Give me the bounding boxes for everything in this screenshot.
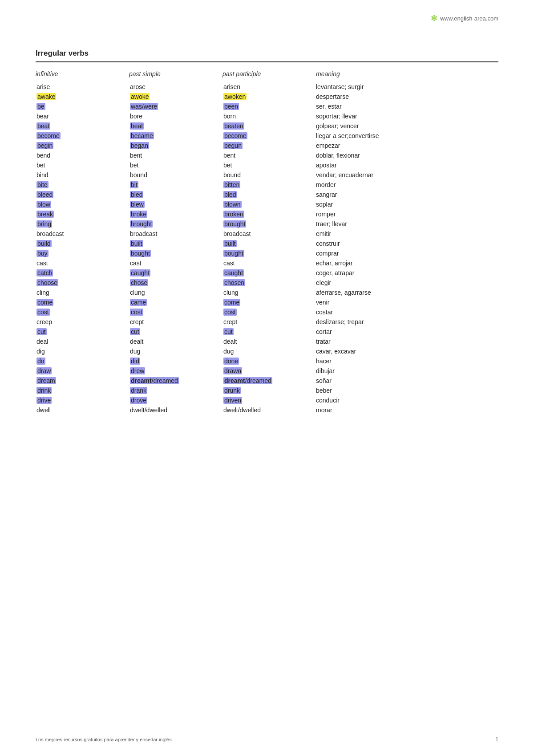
meaning-cell: beber — [316, 387, 498, 394]
past-participle-cell: beaten — [222, 122, 316, 130]
table-row: bendbentbentdoblar, flexionar — [36, 150, 498, 160]
past-participle-cell: caught — [222, 269, 316, 277]
past-participle-cell: drawn — [222, 367, 316, 375]
table-row: dwelldwelt/dwelleddwelt/dwelledmorar — [36, 405, 498, 415]
past-participle-cell: arisen — [222, 83, 316, 91]
table-row: bewas/werebeenser, estar — [36, 102, 498, 111]
past-participle-cell: dreamt/dreamed — [222, 377, 316, 385]
col-header-meaning: meaning — [316, 70, 498, 77]
past-participle-cell: done — [222, 357, 316, 365]
table-row: broadcastbroadcastbroadcastemitir — [36, 229, 498, 239]
infinitive-cell: do — [36, 357, 129, 365]
col-header-past-participle: past participle — [222, 70, 316, 77]
table-row: comecamecomevenir — [36, 297, 498, 307]
meaning-cell: construir — [316, 240, 498, 247]
table-row: drivedrovedrivenconducir — [36, 395, 498, 405]
table-row: catchcaughtcaughtcoger, atrapar — [36, 268, 498, 278]
table-row: bleedbledbledsangrar — [36, 190, 498, 199]
title-divider — [36, 61, 498, 62]
past-simple-cell: dealt — [129, 337, 222, 345]
infinitive-cell: come — [36, 298, 129, 306]
infinitive-cell: break — [36, 210, 129, 218]
past-simple-cell: brought — [129, 220, 222, 228]
meaning-cell: soportar; llevar — [316, 113, 498, 120]
past-simple-cell: cost — [129, 308, 222, 316]
page-title: Irregular verbs — [36, 49, 498, 58]
infinitive-cell: buy — [36, 249, 129, 257]
table-row: bearborebornsoportar; llevar — [36, 111, 498, 121]
table-row: buildbuiltbuiltconstruir — [36, 239, 498, 248]
past-participle-cell: clung — [222, 289, 316, 297]
past-participle-cell: blown — [222, 200, 316, 208]
past-simple-cell: was/were — [129, 102, 222, 110]
infinitive-cell: cut — [36, 328, 129, 336]
infinitive-cell: bite — [36, 181, 129, 189]
table-row: bringbroughtbroughttraer; llevar — [36, 219, 498, 229]
table-row: costcostcostcostar — [36, 307, 498, 317]
infinitive-cell: beat — [36, 122, 129, 130]
past-simple-cell: crept — [129, 318, 222, 326]
table-row: dreamdreamt/dreameddreamt/dreamedsoñar — [36, 376, 498, 386]
past-participle-cell: chosen — [222, 279, 316, 287]
verb-table: arisearosearisenlevantarse; surgirawakea… — [36, 82, 498, 415]
past-participle-cell: bound — [222, 171, 316, 179]
past-participle-cell: bent — [222, 151, 316, 159]
meaning-cell: aferrarse, agarrarse — [316, 289, 498, 296]
footer-text: Los mejores recursos gratuitos para apre… — [36, 737, 172, 742]
past-simple-cell: dug — [129, 347, 222, 355]
infinitive-cell: choose — [36, 279, 129, 287]
infinitive-cell: drink — [36, 386, 129, 394]
past-participle-cell: brought — [222, 220, 316, 228]
meaning-cell: traer; llevar — [316, 220, 498, 228]
meaning-cell: costar — [316, 309, 498, 316]
infinitive-cell: bear — [36, 112, 129, 120]
table-row: beginbeganbegunempezar — [36, 141, 498, 150]
table-row: breakbrokebrokenromper — [36, 209, 498, 219]
past-simple-cell: bet — [129, 161, 222, 169]
table-row: awakeawokeawokendespertarse — [36, 92, 498, 102]
infinitive-cell: drive — [36, 396, 129, 404]
past-participle-cell: bled — [222, 191, 316, 199]
past-simple-cell: bore — [129, 112, 222, 120]
infinitive-cell: catch — [36, 269, 129, 277]
infinitive-cell: dwell — [36, 406, 129, 414]
past-participle-cell: been — [222, 102, 316, 110]
table-row: arisearosearisenlevantarse; surgir — [36, 82, 498, 92]
table-row: bindboundboundvendar; encuadernar — [36, 170, 498, 180]
past-participle-cell: built — [222, 240, 316, 248]
footer: Los mejores recursos gratuitos para apre… — [36, 736, 498, 743]
past-participle-cell: become — [222, 132, 316, 140]
past-simple-cell: did — [129, 357, 222, 365]
past-simple-cell: arose — [129, 83, 222, 91]
table-row: digdugdugcavar, excavar — [36, 346, 498, 356]
infinitive-cell: dream — [36, 377, 129, 385]
meaning-cell: hacer — [316, 358, 498, 365]
past-simple-cell: bound — [129, 171, 222, 179]
meaning-cell: deslizarse; trepar — [316, 318, 498, 325]
past-participle-cell: dealt — [222, 337, 316, 345]
past-simple-cell: drew — [129, 367, 222, 375]
meaning-cell: doblar, flexionar — [316, 152, 498, 159]
past-simple-cell: became — [129, 132, 222, 140]
past-simple-cell: cast — [129, 259, 222, 267]
past-participle-cell: cut — [222, 328, 316, 336]
past-participle-cell: cost — [222, 308, 316, 316]
table-row: choosechosechosenelegir — [36, 278, 498, 288]
past-participle-cell: driven — [222, 396, 316, 404]
meaning-cell: venir — [316, 299, 498, 306]
meaning-cell: vendar; encuadernar — [316, 171, 498, 179]
meaning-cell: elegir — [316, 279, 498, 286]
past-participle-cell: drunk — [222, 386, 316, 394]
past-simple-cell: came — [129, 298, 222, 306]
past-participle-cell: bought — [222, 249, 316, 257]
infinitive-cell: cast — [36, 259, 129, 267]
past-participle-cell: dwelt/dwelled — [222, 406, 316, 414]
logo-star-icon: ✼ — [431, 13, 437, 23]
infinitive-cell: bleed — [36, 191, 129, 199]
table-row: drinkdrankdrunkbeber — [36, 386, 498, 395]
past-simple-cell: blew — [129, 200, 222, 208]
past-simple-cell: bit — [129, 181, 222, 189]
meaning-cell: soñar — [316, 377, 498, 384]
infinitive-cell: begin — [36, 142, 129, 150]
meaning-cell: comprar — [316, 250, 498, 257]
